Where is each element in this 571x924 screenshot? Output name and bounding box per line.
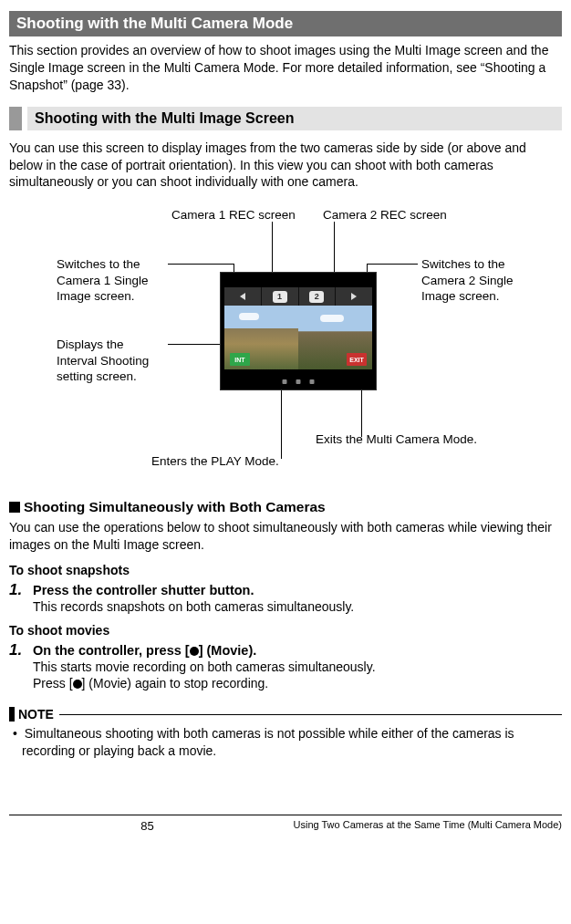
note-label: NOTE [18,707,54,722]
camera-screen-mock: 1 2 INT EXIT [221,273,376,389]
label-switch-cam1: Switches to the Camera 1 Single Image sc… [57,256,166,305]
step-body-1: This starts movie recording on both came… [33,659,562,674]
page-title-bar: Shooting with the Multi Camera Mode [9,11,562,36]
label-cam1-rec: Camera 1 REC screen [171,207,296,223]
label-interval: Displays the Interval Shooting setting s… [57,337,166,385]
multi-image-diagram: Camera 1 REC screen Camera 2 REC screen … [9,202,562,484]
record-dot-icon [73,680,82,689]
label-exit: Exits the Multi Camera Mode. [316,431,477,448]
section1-body: You can use this screen to display image… [9,140,562,192]
exit-badge: EXIT [347,353,367,366]
leader-line [367,264,418,265]
intro-paragraph: This section provides an overview of how… [9,42,562,94]
section-heading-text: Shooting with the Multi Image Screen [27,107,562,130]
leader-line [272,222,273,273]
leader-line [361,384,362,437]
note-rule [59,714,562,715]
to-shoot-movies-heading: To shoot movies [9,623,562,638]
subsection-heading-text: Shooting Simultaneously with Both Camera… [24,499,326,514]
section-heading-multi-image: Shooting with the Multi Image Screen [9,107,562,130]
note-heading: NOTE [9,707,562,722]
step-number: 1. [9,581,22,599]
label-cam2-rec: Camera 2 REC screen [323,207,447,223]
label-play: Enters the PLAY Mode. [151,453,279,470]
screen-top-strip: 1 2 [224,287,372,306]
subsection-heading: Shooting Simultaneously with Both Camera… [9,499,562,515]
arrow-left-icon [224,287,262,306]
step-body-2b: ] (Movie) again to stop recording. [82,676,269,690]
photo-row: INT EXIT [224,306,372,369]
step-title: On the controller, press [] (Movie). [33,643,256,658]
step-body: This records snapshots on both cameras s… [33,599,562,614]
page-footer: 85 Using Two Cameras at the Same Time (M… [9,815,562,833]
step-title-part-a: On the controller, press [ [33,643,190,658]
record-dot-icon [190,647,199,656]
step-title: Press the controller shutter button. [33,583,254,597]
leader-line [334,222,335,273]
footer-text: Using Two Cameras at the Same Time (Mult… [286,819,562,831]
step-title-part-b: ] (Movie). [199,643,257,658]
step-body-2: Press [] (Movie) again to stop recording… [33,676,562,690]
note-body: • Simultaneous shooting with both camera… [9,725,562,760]
movie-step-1: 1. On the controller, press [] (Movie). … [9,643,562,690]
bottom-indicator-dots [283,379,315,384]
step-number: 1. [9,641,22,659]
cam2-badge: 2 [299,287,337,306]
int-badge: INT [230,353,250,366]
subsection-body: You can use the operations below to shoo… [9,519,562,554]
leader-line [168,264,234,265]
cam1-badge: 1 [262,287,299,306]
label-switch-cam2: Switches to the Camera 2 Single Image sc… [421,256,531,305]
arrow-right-icon [336,287,372,306]
section-bar-icon [9,107,22,130]
page-number: 85 [9,819,286,833]
step-body-2a: Press [ [33,676,73,690]
square-bullet-icon [9,502,20,513]
snapshot-step-1: 1. Press the controller shutter button. … [9,583,562,614]
to-shoot-snapshots-heading: To shoot snapshots [9,563,562,577]
leader-line [281,389,282,459]
note-bar-icon [9,707,15,722]
leader-line [168,344,221,345]
